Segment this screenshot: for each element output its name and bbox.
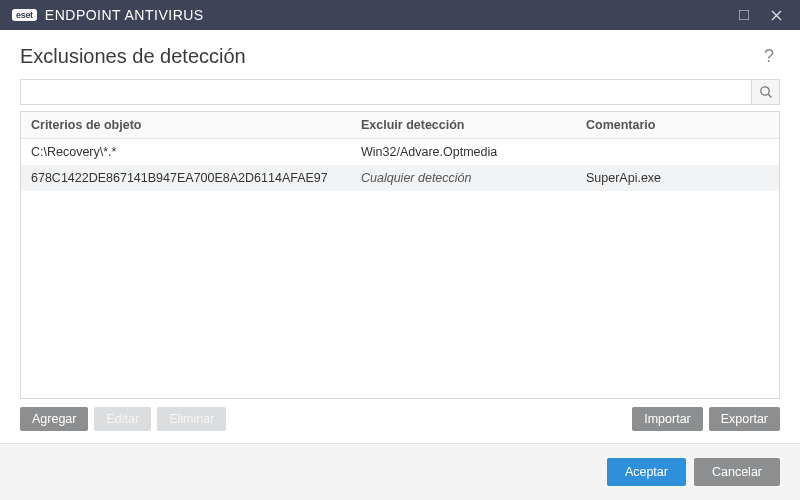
cell-comment xyxy=(576,139,779,165)
table-row[interactable]: 678C1422DE867141B947EA700E8A2D6114AFAE97… xyxy=(21,165,779,191)
edit-button[interactable]: Editar xyxy=(94,407,151,431)
content-area: Criterios de objeto Excluir detección Co… xyxy=(0,79,800,443)
cell-criteria: 678C1422DE867141B947EA700E8A2D6114AFAE97 xyxy=(21,165,351,191)
exclusions-table: Criterios de objeto Excluir detección Co… xyxy=(20,111,780,399)
window-close-button[interactable] xyxy=(760,1,792,29)
page-title: Exclusiones de detección xyxy=(20,45,246,68)
col-header-criteria[interactable]: Criterios de objeto xyxy=(21,112,351,138)
search-bar xyxy=(20,79,780,105)
add-button[interactable]: Agregar xyxy=(20,407,88,431)
page-header: Exclusiones de detección ? xyxy=(0,30,800,79)
close-icon xyxy=(771,10,782,21)
minimize-icon xyxy=(739,10,749,20)
search-button[interactable] xyxy=(751,80,779,104)
import-button[interactable]: Importar xyxy=(632,407,703,431)
svg-rect-0 xyxy=(739,10,749,20)
brand-badge: eset xyxy=(12,9,37,21)
col-header-exclude[interactable]: Excluir detección xyxy=(351,112,576,138)
window-titlebar: eset ENDPOINT ANTIVIRUS xyxy=(0,0,800,30)
accept-button[interactable]: Aceptar xyxy=(607,458,686,486)
table-toolbar: Agregar Editar Eliminar Importar Exporta… xyxy=(20,399,780,443)
table-header-row: Criterios de objeto Excluir detección Co… xyxy=(21,112,779,139)
window-minimize-button[interactable] xyxy=(728,1,760,29)
table-body: C:\Recovery\*.* Win32/Advare.Optmedia 67… xyxy=(21,139,779,398)
search-icon xyxy=(759,85,773,99)
dialog-footer: Aceptar Cancelar xyxy=(0,443,800,500)
table-row[interactable]: C:\Recovery\*.* Win32/Advare.Optmedia xyxy=(21,139,779,165)
cell-exclude: Cualquier detección xyxy=(351,165,576,191)
delete-button[interactable]: Eliminar xyxy=(157,407,226,431)
col-header-comment[interactable]: Comentario xyxy=(576,112,779,138)
cell-comment: SuperApi.exe xyxy=(576,165,779,191)
svg-point-1 xyxy=(760,87,768,95)
export-button[interactable]: Exportar xyxy=(709,407,780,431)
help-button[interactable]: ? xyxy=(758,44,780,69)
cell-criteria: C:\Recovery\*.* xyxy=(21,139,351,165)
cell-exclude: Win32/Advare.Optmedia xyxy=(351,139,576,165)
search-input[interactable] xyxy=(21,80,751,104)
cancel-button[interactable]: Cancelar xyxy=(694,458,780,486)
product-name: ENDPOINT ANTIVIRUS xyxy=(45,7,204,23)
